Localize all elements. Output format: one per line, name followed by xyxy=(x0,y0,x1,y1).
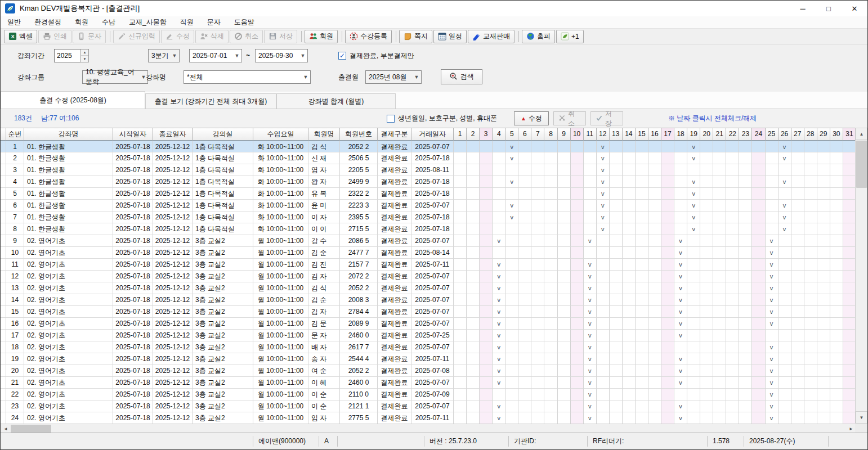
attendance-cell-day-13[interactable] xyxy=(610,365,623,377)
attendance-cell-day-3[interactable] xyxy=(480,235,493,247)
attendance-cell-day-16[interactable] xyxy=(648,282,661,294)
attendance-cell-day-23[interactable] xyxy=(739,176,752,188)
attendance-cell-day-5[interactable] xyxy=(505,341,518,353)
attendance-cell-day-14[interactable] xyxy=(623,247,636,259)
attendance-cell-day-15[interactable] xyxy=(636,152,648,164)
attendance-cell-day-13[interactable] xyxy=(610,330,623,341)
attendance-cell-day-2[interactable] xyxy=(467,200,480,212)
attendance-cell-day-13[interactable] xyxy=(610,306,623,318)
day-header-15[interactable]: 15 xyxy=(636,128,648,141)
attendance-cell-day-17[interactable] xyxy=(661,389,674,400)
attendance-cell-day-24[interactable] xyxy=(752,389,765,400)
attendance-cell-day-16[interactable] xyxy=(648,200,661,212)
attendance-cell-day-28[interactable] xyxy=(804,152,817,164)
attendance-cell-day-27[interactable] xyxy=(791,353,804,365)
attendance-cell-day-26[interactable] xyxy=(778,271,791,282)
attendance-cell-day-25[interactable]: v xyxy=(766,318,778,330)
attendance-cell-day-21[interactable] xyxy=(713,200,726,212)
attendance-cell-day-26[interactable] xyxy=(778,282,791,294)
table-row[interactable]: 2102. 영어기초2025-07-182025-12-123층 교실2월 10… xyxy=(1,377,856,389)
date-to-select[interactable]: 2025-09-30▼ xyxy=(255,49,308,62)
attendance-cell-day-3[interactable] xyxy=(480,152,493,164)
attendance-cell-day-1[interactable] xyxy=(454,223,467,235)
attendance-cell-day-6[interactable] xyxy=(518,188,531,200)
attendance-cell-day-8[interactable] xyxy=(544,141,557,152)
attendance-cell-day-20[interactable] xyxy=(700,365,713,377)
attendance-cell-day-25[interactable]: v xyxy=(766,282,778,294)
attendance-cell-day-1[interactable] xyxy=(454,341,467,353)
table-row[interactable]: 1102. 영어기초2025-07-182025-12-123층 교실2월 10… xyxy=(1,259,856,271)
attendance-cell-day-6[interactable] xyxy=(518,164,531,176)
attendance-cell-day-4[interactable] xyxy=(493,212,505,223)
attendance-cell-day-11[interactable]: v xyxy=(584,353,597,365)
quarter-select[interactable]: 3분기▼ xyxy=(148,49,180,62)
attendance-cell-day-28[interactable] xyxy=(804,330,817,341)
table-row[interactable]: 401. 한글생활2025-07-182025-12-121층 다목적실화 10… xyxy=(1,176,856,188)
attendance-cell-day-10[interactable] xyxy=(571,200,584,212)
attendance-cell-day-15[interactable] xyxy=(636,164,648,176)
attendance-cell-day-6[interactable] xyxy=(518,341,531,353)
attendance-cell-day-22[interactable] xyxy=(726,330,739,341)
attendance-cell-day-7[interactable] xyxy=(531,365,544,377)
attendance-cell-day-29[interactable] xyxy=(817,176,830,188)
attendance-cell-day-27[interactable] xyxy=(791,200,804,212)
attendance-cell-day-18[interactable]: v xyxy=(674,330,687,341)
attendance-cell-day-2[interactable] xyxy=(467,176,480,188)
table-row[interactable]: 1302. 영어기초2025-07-182025-12-123층 교실2월 10… xyxy=(1,282,856,294)
attendance-cell-day-1[interactable] xyxy=(454,176,467,188)
attendance-cell-day-13[interactable] xyxy=(610,377,623,389)
attendance-cell-day-13[interactable] xyxy=(610,294,623,306)
attendance-cell-day-7[interactable] xyxy=(531,235,544,247)
menu-item-7[interactable]: 문자 xyxy=(200,16,227,28)
attendance-cell-day-24[interactable] xyxy=(752,400,765,412)
attendance-cell-day-2[interactable] xyxy=(467,235,480,247)
attendance-cell-day-6[interactable] xyxy=(518,141,531,152)
attendance-cell-day-14[interactable] xyxy=(623,259,636,271)
edit-button[interactable]: ▲수정 xyxy=(514,111,549,125)
attendance-cell-day-11[interactable]: v xyxy=(584,318,597,330)
attendance-cell-day-14[interactable] xyxy=(623,412,636,424)
attendance-cell-day-21[interactable] xyxy=(713,294,726,306)
attendance-cell-day-26[interactable] xyxy=(778,259,791,271)
attendance-cell-day-30[interactable] xyxy=(830,365,843,377)
attendance-cell-day-1[interactable] xyxy=(454,365,467,377)
attendance-cell-day-7[interactable] xyxy=(531,318,544,330)
attendance-cell-day-4[interactable]: v xyxy=(493,330,505,341)
attendance-cell-day-31[interactable] xyxy=(843,235,856,247)
attendance-cell-day-5[interactable]: v xyxy=(505,212,518,223)
attendance-cell-day-23[interactable] xyxy=(739,306,752,318)
attendance-cell-day-18[interactable]: v xyxy=(674,377,687,389)
attendance-cell-day-15[interactable] xyxy=(636,318,648,330)
attendance-cell-day-10[interactable] xyxy=(571,389,584,400)
attendance-cell-day-12[interactable]: v xyxy=(597,176,610,188)
attendance-cell-day-2[interactable] xyxy=(467,365,480,377)
attendance-cell-day-9[interactable] xyxy=(558,200,571,212)
attendance-cell-day-16[interactable] xyxy=(648,318,661,330)
attendance-cell-day-3[interactable] xyxy=(480,223,493,235)
attendance-cell-day-22[interactable] xyxy=(726,282,739,294)
attendance-cell-day-12[interactable]: v xyxy=(597,164,610,176)
attendance-cell-day-12[interactable] xyxy=(597,306,610,318)
attendance-cell-day-25[interactable] xyxy=(766,176,778,188)
attendance-cell-day-5[interactable] xyxy=(505,412,518,424)
attendance-cell-day-10[interactable] xyxy=(571,235,584,247)
attendance-cell-day-6[interactable] xyxy=(518,212,531,223)
toolbar-button-excel[interactable]: X엑셀 xyxy=(4,30,37,43)
attendance-cell-day-23[interactable] xyxy=(739,318,752,330)
table-row[interactable]: 601. 한글생활2025-07-182025-12-121층 다목적실화 10… xyxy=(1,200,856,212)
attendance-cell-day-19[interactable] xyxy=(687,330,700,341)
table-row[interactable]: 2402. 영어기초2025-07-182025-12-123층 교실2월 10… xyxy=(1,412,856,424)
attendance-cell-day-29[interactable] xyxy=(817,294,830,306)
attendance-cell-day-31[interactable] xyxy=(843,330,856,341)
attendance-cell-day-26[interactable]: v xyxy=(778,223,791,235)
attendance-cell-day-25[interactable] xyxy=(766,164,778,176)
attendance-cell-day-14[interactable] xyxy=(623,377,636,389)
show-fields-checkbox[interactable] xyxy=(387,115,395,123)
attendance-cell-day-28[interactable] xyxy=(804,318,817,330)
day-header-18[interactable]: 18 xyxy=(674,128,687,141)
attendance-cell-day-6[interactable] xyxy=(518,176,531,188)
attendance-cell-day-11[interactable]: v xyxy=(584,341,597,353)
attendance-cell-day-18[interactable]: v xyxy=(674,294,687,306)
attendance-cell-day-30[interactable] xyxy=(830,282,843,294)
attendance-cell-day-6[interactable] xyxy=(518,259,531,271)
